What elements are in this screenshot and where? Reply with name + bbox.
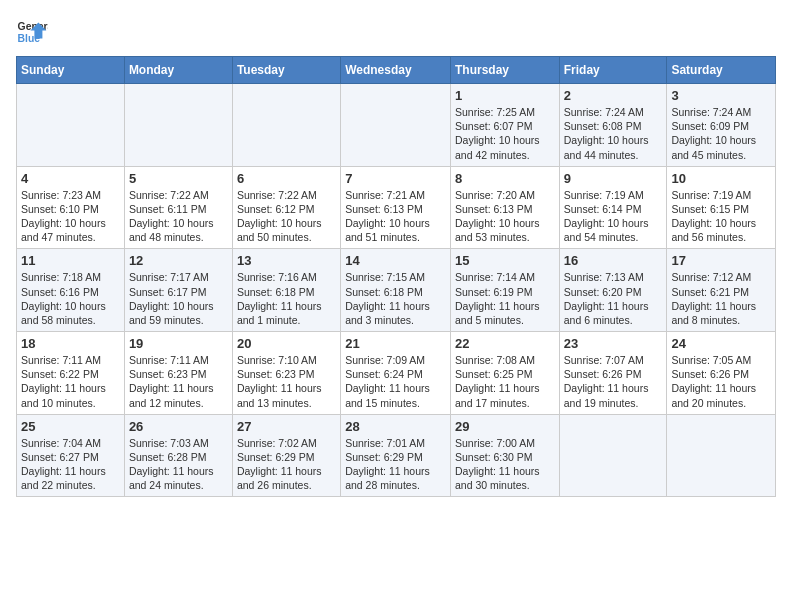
col-header-monday: Monday — [124, 57, 232, 84]
col-header-saturday: Saturday — [667, 57, 776, 84]
day-number: 4 — [21, 171, 120, 186]
day-info: Sunrise: 7:05 AM Sunset: 6:26 PM Dayligh… — [671, 353, 771, 410]
day-number: 14 — [345, 253, 446, 268]
day-info: Sunrise: 7:24 AM Sunset: 6:08 PM Dayligh… — [564, 105, 663, 162]
week-row-3: 11Sunrise: 7:18 AM Sunset: 6:16 PM Dayli… — [17, 249, 776, 332]
day-number: 17 — [671, 253, 771, 268]
day-cell: 5Sunrise: 7:22 AM Sunset: 6:11 PM Daylig… — [124, 166, 232, 249]
day-cell: 20Sunrise: 7:10 AM Sunset: 6:23 PM Dayli… — [232, 332, 340, 415]
day-number: 13 — [237, 253, 336, 268]
day-cell: 6Sunrise: 7:22 AM Sunset: 6:12 PM Daylig… — [232, 166, 340, 249]
day-info: Sunrise: 7:01 AM Sunset: 6:29 PM Dayligh… — [345, 436, 446, 493]
day-info: Sunrise: 7:09 AM Sunset: 6:24 PM Dayligh… — [345, 353, 446, 410]
day-info: Sunrise: 7:16 AM Sunset: 6:18 PM Dayligh… — [237, 270, 336, 327]
col-header-wednesday: Wednesday — [341, 57, 451, 84]
col-header-friday: Friday — [559, 57, 667, 84]
day-info: Sunrise: 7:19 AM Sunset: 6:15 PM Dayligh… — [671, 188, 771, 245]
calendar-table: SundayMondayTuesdayWednesdayThursdayFrid… — [16, 56, 776, 497]
day-info: Sunrise: 7:20 AM Sunset: 6:13 PM Dayligh… — [455, 188, 555, 245]
day-cell: 13Sunrise: 7:16 AM Sunset: 6:18 PM Dayli… — [232, 249, 340, 332]
day-cell: 8Sunrise: 7:20 AM Sunset: 6:13 PM Daylig… — [450, 166, 559, 249]
day-number: 20 — [237, 336, 336, 351]
day-number: 2 — [564, 88, 663, 103]
day-info: Sunrise: 7:03 AM Sunset: 6:28 PM Dayligh… — [129, 436, 228, 493]
logo: General Blue — [16, 16, 52, 48]
day-info: Sunrise: 7:00 AM Sunset: 6:30 PM Dayligh… — [455, 436, 555, 493]
day-number: 19 — [129, 336, 228, 351]
week-row-2: 4Sunrise: 7:23 AM Sunset: 6:10 PM Daylig… — [17, 166, 776, 249]
day-cell: 24Sunrise: 7:05 AM Sunset: 6:26 PM Dayli… — [667, 332, 776, 415]
day-cell: 11Sunrise: 7:18 AM Sunset: 6:16 PM Dayli… — [17, 249, 125, 332]
day-cell: 16Sunrise: 7:13 AM Sunset: 6:20 PM Dayli… — [559, 249, 667, 332]
day-number: 21 — [345, 336, 446, 351]
day-number: 15 — [455, 253, 555, 268]
day-cell: 1Sunrise: 7:25 AM Sunset: 6:07 PM Daylig… — [450, 84, 559, 167]
day-number: 1 — [455, 88, 555, 103]
day-info: Sunrise: 7:25 AM Sunset: 6:07 PM Dayligh… — [455, 105, 555, 162]
day-number: 8 — [455, 171, 555, 186]
day-number: 25 — [21, 419, 120, 434]
day-cell: 22Sunrise: 7:08 AM Sunset: 6:25 PM Dayli… — [450, 332, 559, 415]
day-cell: 29Sunrise: 7:00 AM Sunset: 6:30 PM Dayli… — [450, 414, 559, 497]
day-info: Sunrise: 7:12 AM Sunset: 6:21 PM Dayligh… — [671, 270, 771, 327]
day-cell: 7Sunrise: 7:21 AM Sunset: 6:13 PM Daylig… — [341, 166, 451, 249]
day-number: 26 — [129, 419, 228, 434]
day-cell — [17, 84, 125, 167]
day-info: Sunrise: 7:08 AM Sunset: 6:25 PM Dayligh… — [455, 353, 555, 410]
day-info: Sunrise: 7:11 AM Sunset: 6:23 PM Dayligh… — [129, 353, 228, 410]
day-info: Sunrise: 7:10 AM Sunset: 6:23 PM Dayligh… — [237, 353, 336, 410]
logo-icon: General Blue — [16, 16, 48, 48]
day-cell: 14Sunrise: 7:15 AM Sunset: 6:18 PM Dayli… — [341, 249, 451, 332]
day-cell: 2Sunrise: 7:24 AM Sunset: 6:08 PM Daylig… — [559, 84, 667, 167]
day-cell: 21Sunrise: 7:09 AM Sunset: 6:24 PM Dayli… — [341, 332, 451, 415]
day-cell: 12Sunrise: 7:17 AM Sunset: 6:17 PM Dayli… — [124, 249, 232, 332]
day-info: Sunrise: 7:23 AM Sunset: 6:10 PM Dayligh… — [21, 188, 120, 245]
day-cell — [559, 414, 667, 497]
col-header-sunday: Sunday — [17, 57, 125, 84]
day-info: Sunrise: 7:24 AM Sunset: 6:09 PM Dayligh… — [671, 105, 771, 162]
day-number: 6 — [237, 171, 336, 186]
day-info: Sunrise: 7:18 AM Sunset: 6:16 PM Dayligh… — [21, 270, 120, 327]
day-cell: 3Sunrise: 7:24 AM Sunset: 6:09 PM Daylig… — [667, 84, 776, 167]
day-number: 28 — [345, 419, 446, 434]
day-number: 23 — [564, 336, 663, 351]
day-cell: 15Sunrise: 7:14 AM Sunset: 6:19 PM Dayli… — [450, 249, 559, 332]
day-cell — [124, 84, 232, 167]
header: General Blue — [16, 16, 776, 48]
day-cell: 19Sunrise: 7:11 AM Sunset: 6:23 PM Dayli… — [124, 332, 232, 415]
day-number: 22 — [455, 336, 555, 351]
week-row-4: 18Sunrise: 7:11 AM Sunset: 6:22 PM Dayli… — [17, 332, 776, 415]
day-cell — [667, 414, 776, 497]
day-info: Sunrise: 7:22 AM Sunset: 6:11 PM Dayligh… — [129, 188, 228, 245]
day-number: 27 — [237, 419, 336, 434]
day-number: 18 — [21, 336, 120, 351]
day-number: 3 — [671, 88, 771, 103]
day-info: Sunrise: 7:13 AM Sunset: 6:20 PM Dayligh… — [564, 270, 663, 327]
day-info: Sunrise: 7:07 AM Sunset: 6:26 PM Dayligh… — [564, 353, 663, 410]
day-number: 10 — [671, 171, 771, 186]
week-row-5: 25Sunrise: 7:04 AM Sunset: 6:27 PM Dayli… — [17, 414, 776, 497]
day-info: Sunrise: 7:04 AM Sunset: 6:27 PM Dayligh… — [21, 436, 120, 493]
day-cell: 9Sunrise: 7:19 AM Sunset: 6:14 PM Daylig… — [559, 166, 667, 249]
week-row-1: 1Sunrise: 7:25 AM Sunset: 6:07 PM Daylig… — [17, 84, 776, 167]
day-cell: 17Sunrise: 7:12 AM Sunset: 6:21 PM Dayli… — [667, 249, 776, 332]
day-cell: 23Sunrise: 7:07 AM Sunset: 6:26 PM Dayli… — [559, 332, 667, 415]
day-cell: 26Sunrise: 7:03 AM Sunset: 6:28 PM Dayli… — [124, 414, 232, 497]
day-info: Sunrise: 7:15 AM Sunset: 6:18 PM Dayligh… — [345, 270, 446, 327]
day-info: Sunrise: 7:11 AM Sunset: 6:22 PM Dayligh… — [21, 353, 120, 410]
day-cell: 4Sunrise: 7:23 AM Sunset: 6:10 PM Daylig… — [17, 166, 125, 249]
day-number: 11 — [21, 253, 120, 268]
day-info: Sunrise: 7:02 AM Sunset: 6:29 PM Dayligh… — [237, 436, 336, 493]
col-header-tuesday: Tuesday — [232, 57, 340, 84]
day-number: 5 — [129, 171, 228, 186]
day-cell: 25Sunrise: 7:04 AM Sunset: 6:27 PM Dayli… — [17, 414, 125, 497]
day-cell — [232, 84, 340, 167]
day-info: Sunrise: 7:17 AM Sunset: 6:17 PM Dayligh… — [129, 270, 228, 327]
col-header-thursday: Thursday — [450, 57, 559, 84]
header-row: SundayMondayTuesdayWednesdayThursdayFrid… — [17, 57, 776, 84]
day-info: Sunrise: 7:21 AM Sunset: 6:13 PM Dayligh… — [345, 188, 446, 245]
day-cell: 10Sunrise: 7:19 AM Sunset: 6:15 PM Dayli… — [667, 166, 776, 249]
day-cell: 28Sunrise: 7:01 AM Sunset: 6:29 PM Dayli… — [341, 414, 451, 497]
day-number: 24 — [671, 336, 771, 351]
day-info: Sunrise: 7:14 AM Sunset: 6:19 PM Dayligh… — [455, 270, 555, 327]
